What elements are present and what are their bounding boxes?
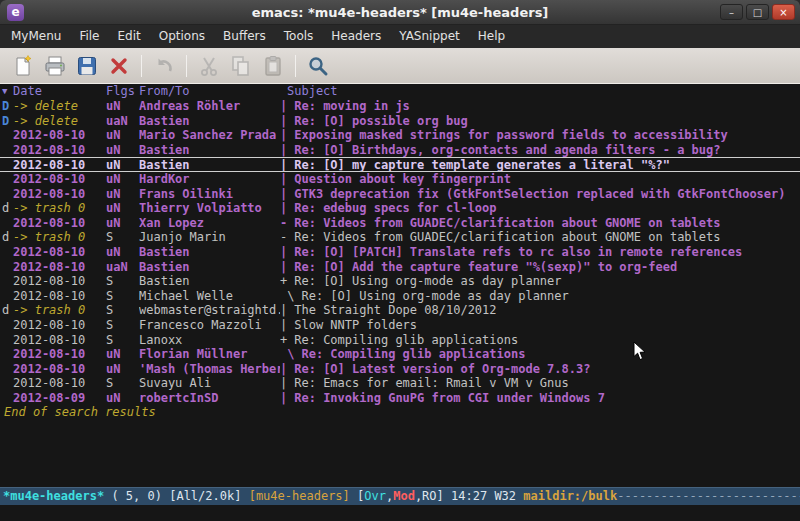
menu-item-buffers[interactable]: Buffers <box>214 25 275 48</box>
message-row[interactable]: 2012-08-10 uN Florian Müllner \ Re: Comp… <box>0 347 800 362</box>
thread-indicator: | <box>280 143 294 158</box>
message-date: -> trash 0 <box>13 303 106 318</box>
save-button[interactable] <box>72 52 102 80</box>
thread-indicator: | <box>280 260 294 275</box>
thread-indicator: | <box>280 114 294 129</box>
message-flags: uN <box>106 216 139 231</box>
message-subject: Re: [O] Latest version of Org-mode 7.8.3… <box>294 362 800 377</box>
message-row[interactable]: D -> delete uN Andreas Röhler | Re: movi… <box>0 99 800 114</box>
message-row[interactable]: 2012-08-10 uN Bastien | Re: [O] my captu… <box>0 157 800 172</box>
message-row[interactable]: D -> delete uaN Bastien | Re: [O] possib… <box>0 114 800 129</box>
new-document-button[interactable] <box>8 52 38 80</box>
message-date: -> delete <box>13 114 106 129</box>
thread-indicator: | <box>280 158 294 171</box>
column-header-date[interactable]: Date <box>13 84 106 99</box>
mode-line-segment: 14:27 <box>451 489 494 503</box>
message-flags: uN <box>106 158 139 171</box>
print-button[interactable] <box>40 52 70 80</box>
menu-item-tools[interactable]: Tools <box>275 25 323 48</box>
menu-item-headers[interactable]: Headers <box>322 25 390 48</box>
tool-bar <box>0 48 800 83</box>
message-row[interactable]: 2012-08-10 uN HardKor | Question about k… <box>0 172 800 187</box>
message-row[interactable]: 2012-08-10 S Francesco Mazzoli | Slow NN… <box>0 318 800 333</box>
message-date: 2012-08-10 <box>13 362 106 377</box>
menu-item-help[interactable]: Help <box>469 25 514 48</box>
message-date: 2012-08-10 <box>13 187 106 202</box>
message-date: -> trash 0 <box>13 230 106 245</box>
message-from: 'Mash (Thomas Herbert) <box>139 362 280 377</box>
title-bar: e emacs: *mu4e-headers* [mu4e-headers] –… <box>0 0 800 25</box>
message-from: Xan Lopez <box>139 216 280 231</box>
message-from: Florian Müllner <box>139 347 280 362</box>
message-from: Frans Oilinki <box>139 187 280 202</box>
message-date: -> trash 0 <box>13 201 106 216</box>
search-button[interactable] <box>303 52 333 80</box>
menu-item-options[interactable]: Options <box>150 25 214 48</box>
message-row[interactable]: 2012-08-10 S Suvayu Ali | Re: Emacs for … <box>0 376 800 391</box>
message-row[interactable]: 2012-08-10 uN Bastien | Re: [O] Birthday… <box>0 143 800 158</box>
mark-fringe: d <box>0 230 13 245</box>
print-icon <box>43 54 67 78</box>
menu-item-file[interactable]: File <box>70 25 108 48</box>
maximize-icon: □ <box>753 7 762 18</box>
message-row[interactable]: 2012-08-10 uN Mario Sanchez Prada | Expo… <box>0 128 800 143</box>
message-subject: Re: Compiling glib applications <box>294 333 800 348</box>
message-row[interactable]: 2012-08-10 uN Xan Lopez - Re: Videos fro… <box>0 216 800 231</box>
message-row[interactable]: d -> trash 0 S Juanjo Marin - Re: Videos… <box>0 230 800 245</box>
mode-line-segment: ---------------------------------------- <box>617 489 800 503</box>
thread-indicator: | <box>280 187 294 202</box>
menu-item-edit[interactable]: Edit <box>109 25 150 48</box>
message-date: 2012-08-10 <box>13 245 106 260</box>
message-subject: Re: [O] Using org-mode as day planner <box>301 289 800 304</box>
mark-fringe <box>0 143 13 158</box>
minimize-button[interactable]: – <box>720 4 743 20</box>
column-header-flags[interactable]: Flgs <box>106 84 139 99</box>
message-subject: Re: [O] Birthdays, org-contacts and agen… <box>294 143 800 158</box>
search-icon <box>306 54 330 78</box>
message-row[interactable]: 2012-08-09 uN robertcInSD | Re: Invoking… <box>0 391 800 406</box>
message-flags: uN <box>106 143 139 158</box>
cut-button <box>194 52 224 80</box>
message-row[interactable]: 2012-08-10 uN 'Mash (Thomas Herbert) | R… <box>0 362 800 377</box>
thread-indicator: + <box>280 274 294 289</box>
copy-button <box>226 52 256 80</box>
mode-line[interactable]: *mu4e-headers* ( 5, 0) [All/2.0k] [mu4e-… <box>0 487 800 505</box>
mark-fringe <box>0 318 13 333</box>
message-row[interactable]: d -> trash 0 uN Thierry Volpiatto | Re: … <box>0 201 800 216</box>
message-row[interactable]: 2012-08-10 uN Frans Oilinki | GTK3 depre… <box>0 187 800 202</box>
message-from: Francesco Mazzoli <box>139 318 280 333</box>
message-flags: uN <box>106 99 139 114</box>
mark-fringe <box>0 245 13 260</box>
thread-indicator: | <box>280 172 294 187</box>
message-from: HardKor <box>139 172 280 187</box>
minibuffer[interactable] <box>0 505 800 521</box>
new-document-icon <box>11 54 35 78</box>
message-subject: Re: Videos from GUADEC/clarification abo… <box>294 216 800 231</box>
mode-line-segment: Mod <box>393 489 415 503</box>
undo-icon <box>152 54 176 78</box>
message-date: 2012-08-10 <box>13 143 106 158</box>
message-row[interactable]: 2012-08-10 S Bastien + Re: [O] Using org… <box>0 274 800 289</box>
column-header-from[interactable]: From/To <box>139 84 280 99</box>
message-row[interactable]: d -> trash 0 S webmaster@straightd... | … <box>0 303 800 318</box>
message-subject: GTK3 deprecation fix (GtkFontSelection r… <box>294 187 800 202</box>
menu-item-mymenu[interactable]: MyMenu <box>2 25 70 48</box>
message-row[interactable]: 2012-08-10 S Lanoxx + Re: Compiling glib… <box>0 333 800 348</box>
save-icon <box>75 54 99 78</box>
message-row[interactable]: 2012-08-10 uaN Bastien | Re: [O] Add the… <box>0 260 800 275</box>
thread-indicator: | <box>280 362 294 377</box>
maximize-button[interactable]: □ <box>746 4 769 20</box>
message-flags: uN <box>106 347 139 362</box>
sort-direction-icon: ▼ <box>0 84 13 99</box>
menu-item-yasnippet[interactable]: YASnippet <box>390 25 469 48</box>
close-buffer-button[interactable] <box>104 52 134 80</box>
message-from: Michael Welle <box>139 289 280 304</box>
mode-line-segment: maildir:/bulk <box>523 489 617 503</box>
message-row[interactable]: 2012-08-10 uN Bastien | Re: [O] [PATCH] … <box>0 245 800 260</box>
menu-bar: MyMenuFileEditOptionsBuffersToolsHeaders… <box>0 25 800 48</box>
column-header-subject[interactable]: Subject <box>287 84 800 99</box>
mark-fringe <box>0 347 13 362</box>
message-row[interactable]: 2012-08-10 S Michael Welle \ Re: [O] Usi… <box>0 289 800 304</box>
mark-fringe <box>0 391 13 406</box>
close-button[interactable]: × <box>772 4 795 20</box>
